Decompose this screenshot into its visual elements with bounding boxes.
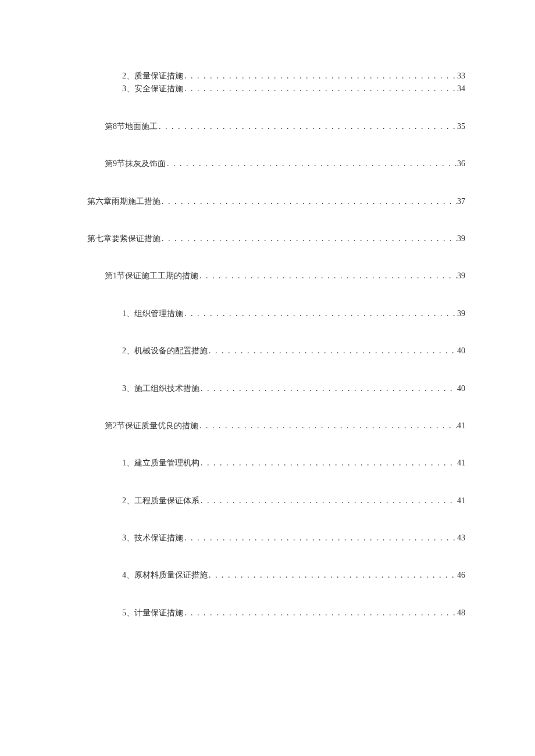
toc-page-number: 39	[457, 232, 465, 245]
toc-label: 4、原材料质量保证措施	[122, 569, 208, 582]
toc-label: 2、机械设备的配置措施	[122, 345, 208, 357]
table-of-contents: 2、质量保证措施333、安全保证措施34第8节地面施工35第9节抹灰及饰面36第…	[70, 70, 465, 619]
toc-entry: 4、原材料质量保证措施46	[70, 569, 465, 582]
toc-leader-dots	[199, 495, 457, 507]
toc-entry: 第七章要紧保证措施39	[70, 232, 465, 245]
toc-entry: 第8节地面施工35	[70, 120, 465, 133]
toc-entry: 3、施工组织技术措施40	[70, 382, 465, 395]
toc-page-number: 39	[457, 270, 465, 282]
toc-entry: 2、机械设备的配置措施40	[70, 345, 465, 357]
toc-entry: 2、质量保证措施33	[70, 70, 465, 83]
toc-leader-dots	[158, 120, 457, 133]
toc-entry: 1、组织管理措施39	[70, 307, 465, 320]
toc-leader-dots	[198, 270, 457, 282]
toc-label: 3、安全保证措施	[122, 83, 183, 95]
toc-label: 第9节抹灰及饰面	[105, 157, 166, 170]
toc-entry: 第六章雨期施工措施37	[70, 195, 465, 208]
toc-leader-dots	[198, 420, 457, 432]
toc-entry: 第9节抹灰及饰面36	[70, 157, 465, 170]
toc-page-number: 43	[457, 532, 465, 544]
toc-leader-dots	[199, 457, 457, 470]
toc-label: 第七章要紧保证措施	[87, 232, 160, 245]
toc-label: 第1节保证施工工期的措施	[105, 270, 198, 282]
toc-leader-dots	[183, 307, 457, 320]
toc-entry: 2、工程质量保证体系41	[70, 495, 465, 507]
toc-leader-dots	[183, 83, 457, 95]
toc-page-number: 40	[457, 382, 465, 395]
toc-label: 第8节地面施工	[105, 120, 158, 133]
toc-label: 3、技术保证措施	[122, 532, 183, 544]
toc-page-number: 36	[457, 157, 465, 170]
toc-page-number: 37	[457, 195, 465, 208]
toc-entry: 5、计量保证措施48	[70, 607, 465, 619]
toc-page-number: 41	[457, 420, 465, 432]
toc-leader-dots	[183, 70, 457, 83]
toc-page-number: 48	[457, 607, 465, 619]
toc-leader-dots	[166, 157, 457, 170]
toc-page-number: 33	[457, 70, 465, 83]
toc-leader-dots	[183, 532, 457, 544]
toc-entry: 1、建立质量管理机构41	[70, 457, 465, 470]
toc-entry: 3、安全保证措施34	[70, 83, 465, 95]
toc-label: 5、计量保证措施	[122, 607, 183, 619]
toc-page-number: 41	[457, 457, 465, 470]
toc-entry: 第1节保证施工工期的措施39	[70, 270, 465, 282]
toc-label: 第2节保证质量优良的措施	[105, 420, 198, 432]
toc-page-number: 41	[457, 495, 465, 507]
toc-label: 3、施工组织技术措施	[122, 382, 199, 395]
toc-page-number: 39	[457, 307, 465, 320]
toc-leader-dots	[160, 195, 457, 208]
toc-page-number: 46	[457, 569, 465, 582]
toc-leader-dots	[208, 569, 457, 582]
toc-leader-dots	[160, 232, 457, 245]
toc-entry: 第2节保证质量优良的措施41	[70, 420, 465, 432]
toc-entry: 3、技术保证措施43	[70, 532, 465, 544]
toc-page-number: 40	[457, 345, 465, 357]
toc-label: 1、组织管理措施	[122, 307, 183, 320]
toc-page-number: 35	[457, 120, 465, 133]
toc-page-number: 34	[457, 83, 465, 95]
toc-leader-dots	[208, 345, 457, 357]
toc-label: 第六章雨期施工措施	[87, 195, 160, 208]
toc-leader-dots	[183, 607, 457, 619]
toc-label: 1、建立质量管理机构	[122, 457, 199, 470]
toc-label: 2、质量保证措施	[122, 70, 183, 83]
toc-leader-dots	[199, 382, 457, 395]
toc-label: 2、工程质量保证体系	[122, 495, 199, 507]
